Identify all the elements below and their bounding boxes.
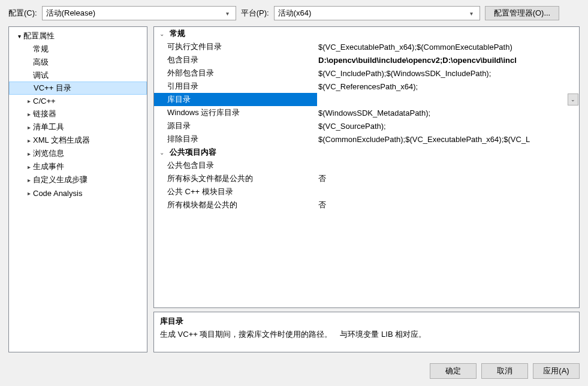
property-name: 公共 C++ 模块目录	[154, 186, 304, 197]
config-manager-button[interactable]: 配置管理器(O)...	[485, 6, 560, 20]
property-group[interactable]: ⌄公共项目内容	[154, 146, 579, 159]
property-value[interactable]: $(CommonExcludePath);$(VC_ExecutablePath…	[317, 135, 579, 144]
platform-dropdown[interactable]: 活动(x64) ▾	[274, 6, 480, 20]
tree-item-label: 高级	[33, 57, 49, 68]
chevron-down-icon: ▾	[468, 10, 476, 17]
property-row[interactable]: Windows 运行库目录$(WindowsSDK_MetadataPath);	[154, 106, 579, 119]
property-name: 排除目录	[154, 134, 304, 144]
tree-item-label: 浏览信息	[33, 148, 64, 159]
property-row[interactable]: 包含目录D:\opencv\build\include\opencv2;D:\o…	[154, 53, 579, 67]
config-value: 活动(Release)	[46, 8, 224, 19]
tree-item-label: VC++ 目录	[34, 83, 71, 94]
tree-item[interactable]: 常规	[9, 43, 147, 56]
dialog-buttons: 确定 取消 应用(A)	[0, 357, 588, 386]
expand-icon[interactable]: ▸	[25, 124, 33, 131]
property-name: 可执行文件目录	[154, 41, 304, 52]
tree-item[interactable]: ▸自定义生成步骤	[9, 173, 147, 186]
chevron-down-icon: ▾	[224, 10, 232, 17]
tree-item[interactable]: ▸C/C++	[9, 94, 147, 107]
expand-icon[interactable]: ▸	[25, 190, 33, 197]
config-dropdown[interactable]: 活动(Release) ▾	[42, 6, 236, 20]
tree-item[interactable]: 高级	[9, 56, 147, 69]
description-title: 库目录	[160, 316, 573, 327]
property-row[interactable]: 外部包含目录$(VC_IncludePath);$(WindowsSDK_Inc…	[154, 67, 579, 80]
property-value[interactable]: $(VC_ReferencesPath_x64);	[317, 82, 579, 91]
property-row[interactable]: 公共 C++ 模块目录	[154, 185, 579, 198]
property-name: 所有模块都是公共的	[154, 200, 304, 210]
collapse-icon[interactable]: ▾	[15, 33, 23, 40]
property-value[interactable]: 否	[317, 200, 579, 210]
property-value[interactable]: $(WindowsSDK_MetadataPath);	[317, 108, 579, 117]
description-text: 生成 VC++ 项目期间，搜索库文件时使用的路径。 与环境变量 LIB 相对应。	[160, 329, 573, 340]
property-group-name: 公共项目内容	[167, 147, 317, 158]
property-row[interactable]: 所有模块都是公共的否	[154, 198, 579, 212]
property-row[interactable]: 公共包含目录	[154, 159, 579, 172]
tree-item[interactable]: ▸生成事件	[9, 160, 147, 173]
collapse-icon[interactable]: ⌄	[156, 31, 167, 37]
property-group-name: 常规	[167, 28, 317, 39]
tree-item[interactable]: ▸浏览信息	[9, 147, 147, 160]
property-name: 外部包含目录	[154, 68, 304, 79]
expand-icon[interactable]: ▸	[25, 177, 33, 183]
tree-item-label: 生成事件	[33, 161, 64, 172]
property-name: 所有标头文件都是公共的	[154, 173, 304, 184]
property-value[interactable]: 否	[317, 173, 579, 184]
expand-icon[interactable]: ▸	[25, 111, 33, 117]
platform-label: 平台(P):	[241, 8, 269, 19]
property-group[interactable]: ⌄常规	[154, 27, 579, 40]
property-name: 公共包含目录	[154, 160, 304, 171]
tree-item-label: 清单工具	[33, 122, 64, 132]
tree-root[interactable]: ▾ 配置属性	[9, 29, 147, 43]
collapse-icon[interactable]: ⌄	[156, 149, 167, 156]
ok-button[interactable]: 确定	[430, 363, 477, 379]
tree-item[interactable]: ▸Code Analysis	[9, 186, 147, 200]
expand-icon[interactable]: ▸	[25, 150, 33, 157]
property-name: 包含目录	[154, 55, 304, 65]
property-row[interactable]: 所有标头文件都是公共的否	[154, 172, 579, 185]
config-label: 配置(C):	[8, 8, 37, 19]
tree-item-label: 常规	[33, 44, 49, 55]
property-row[interactable]: 源目录$(VC_SourcePath);	[154, 119, 579, 132]
expand-icon[interactable]: ▸	[25, 98, 33, 104]
tree-item-label: C/C++	[33, 96, 56, 105]
right-panel: ⌄常规可执行文件目录$(VC_ExecutablePath_x64);$(Com…	[153, 26, 580, 352]
property-value[interactable]: $(LibraryPath)	[317, 95, 579, 104]
property-grid[interactable]: ⌄常规可执行文件目录$(VC_ExecutablePath_x64);$(Com…	[153, 26, 580, 308]
property-name: 库目录	[154, 94, 304, 105]
property-row[interactable]: 排除目录$(CommonExcludePath);$(VC_Executable…	[154, 132, 579, 146]
property-value[interactable]: D:\opencv\build\include\opencv2;D:\openc…	[317, 56, 579, 65]
cancel-button[interactable]: 取消	[481, 363, 528, 379]
property-value[interactable]: $(VC_ExecutablePath_x64);$(CommonExecuta…	[317, 43, 579, 52]
property-row[interactable]: 引用目录$(VC_ReferencesPath_x64);	[154, 80, 579, 93]
tree-item[interactable]: 调试	[9, 69, 147, 82]
tree-item[interactable]: ▸XML 文档生成器	[9, 134, 147, 147]
main-area: ▾ 配置属性 常规高级调试VC++ 目录▸C/C++▸链接器▸清单工具▸XML …	[0, 26, 588, 357]
tree-panel[interactable]: ▾ 配置属性 常规高级调试VC++ 目录▸C/C++▸链接器▸清单工具▸XML …	[8, 26, 147, 352]
property-dropdown-button[interactable]: ⌄	[568, 94, 578, 105]
apply-button[interactable]: 应用(A)	[533, 363, 580, 379]
tree-item-label: 自定义生成步骤	[33, 174, 88, 185]
expand-icon[interactable]: ▸	[25, 164, 33, 170]
description-panel: 库目录 生成 VC++ 项目期间，搜索库文件时使用的路径。 与环境变量 LIB …	[153, 312, 580, 352]
property-name: 源目录	[154, 120, 304, 131]
property-row[interactable]: 库目录$(LibraryPath)	[154, 93, 579, 106]
platform-value: 活动(x64)	[278, 8, 468, 19]
property-row[interactable]: 可执行文件目录$(VC_ExecutablePath_x64);$(Common…	[154, 40, 579, 53]
expand-icon[interactable]: ▸	[25, 137, 33, 144]
tree-item[interactable]: ▸清单工具	[9, 120, 147, 134]
tree-item-label: Code Analysis	[33, 189, 82, 198]
tree-item[interactable]: VC++ 目录	[9, 82, 147, 95]
top-toolbar: 配置(C): 活动(Release) ▾ 平台(P): 活动(x64) ▾ 配置…	[0, 0, 588, 26]
property-name: 引用目录	[154, 81, 304, 92]
property-value[interactable]: $(VC_SourcePath);	[317, 122, 579, 131]
tree-item[interactable]: ▸链接器	[9, 107, 147, 120]
property-name: Windows 运行库目录	[154, 107, 304, 118]
tree-item-label: XML 文档生成器	[33, 135, 90, 146]
tree-item-label: 调试	[33, 70, 49, 81]
property-value[interactable]: $(VC_IncludePath);$(WindowsSDK_IncludePa…	[317, 69, 579, 78]
tree-item-label: 链接器	[33, 108, 56, 119]
